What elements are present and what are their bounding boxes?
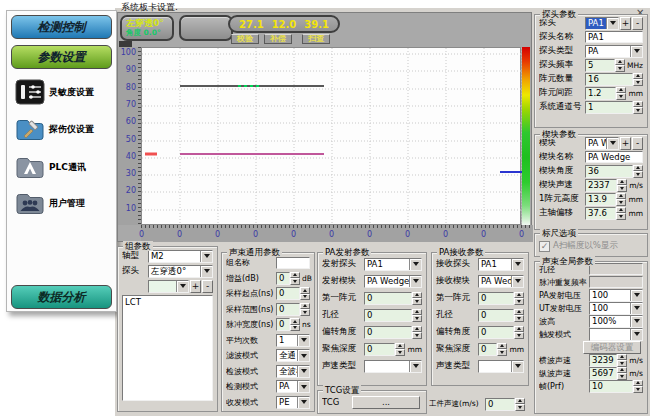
spinner-buttons[interactable] (514, 309, 524, 322)
chevron-down-icon[interactable] (630, 316, 642, 327)
spin-down-icon[interactable] (615, 65, 625, 72)
waveform-plot[interactable] (141, 47, 521, 225)
spin-down-icon[interactable] (633, 171, 643, 178)
gain-stepper[interactable]: 0 (276, 272, 300, 285)
spinner-buttons[interactable] (633, 165, 643, 178)
axis-offset-stepper[interactable]: 37.6 (585, 207, 626, 220)
chevron-down-icon[interactable] (297, 366, 309, 377)
remove-button[interactable]: - (202, 280, 213, 293)
add-button[interactable]: + (620, 137, 631, 150)
chevron-down-icon[interactable] (630, 290, 642, 301)
tx-focus-depth-stepper[interactable]: 0 (364, 343, 405, 356)
spinner-buttons[interactable] (412, 326, 422, 339)
chevron-down-icon[interactable] (630, 46, 642, 57)
chevron-down-icon[interactable] (630, 303, 642, 314)
rx-wedge-dropdown[interactable]: PA Wedge (478, 275, 524, 288)
sidebar-detect-control-button[interactable]: 检测控制 (11, 15, 112, 39)
filter-mode-dropdown[interactable]: 全通 (276, 349, 310, 362)
chevron-down-icon[interactable] (297, 350, 309, 361)
chevron-down-icon[interactable] (511, 259, 523, 270)
spin-down-icon[interactable] (616, 213, 626, 220)
encoder-settings-button[interactable]: 编码器设置 (583, 341, 641, 354)
spinner-buttons[interactable] (514, 326, 524, 339)
spin-down-icon[interactable] (412, 298, 422, 305)
spinner-buttons[interactable] (616, 193, 626, 206)
wedge-name-input[interactable]: PA Wedge (585, 151, 643, 163)
group-extra-dropdown[interactable] (148, 280, 189, 293)
element-count-stepper[interactable]: 16 (585, 73, 643, 86)
sample-start-stepper[interactable]: 0 (276, 287, 310, 300)
beam-mode-empty-button[interactable] (179, 15, 233, 41)
chevron-down-icon[interactable] (409, 361, 421, 372)
sidebar-item-users[interactable]: 用户管理 (15, 188, 115, 218)
group-probe-dropdown[interactable]: 左穿透0° (148, 265, 213, 278)
spinner-buttons[interactable] (616, 207, 626, 220)
spinner-buttons[interactable] (300, 303, 310, 316)
sidebar-item-sensitivity[interactable]: 灵敏度设置 (15, 77, 115, 107)
wedge-angle-stepper[interactable]: 36 (585, 165, 643, 178)
spin-down-icon[interactable] (633, 79, 643, 86)
probe-frequency-stepper[interactable]: 5 (585, 59, 625, 72)
spinner-buttons[interactable] (290, 318, 300, 331)
scan-button[interactable]: 扫查 (302, 34, 330, 44)
spin-down-icon[interactable] (633, 386, 643, 393)
probe-name-input[interactable]: PA1 (585, 31, 643, 43)
group-name-input[interactable] (276, 257, 310, 269)
spin-down-icon[interactable] (616, 199, 626, 206)
sidebar-item-plc[interactable]: PLC通讯 (15, 152, 115, 182)
spinner-buttons[interactable] (497, 343, 507, 356)
ut-voltage-dropdown[interactable]: 100 (589, 302, 643, 315)
tx-first-element-stepper[interactable]: 0 (364, 292, 422, 305)
workpiece-velocity-stepper[interactable]: 0 (485, 398, 525, 411)
spin-down-icon[interactable] (514, 315, 524, 322)
spinner-buttons[interactable] (514, 292, 524, 305)
chevron-down-icon[interactable] (409, 276, 421, 287)
beam-mode-button[interactable]: 左穿透0° 角度 0.0° (120, 15, 174, 41)
sidebar-param-settings-button[interactable]: 参数设置 (11, 45, 112, 69)
spin-down-icon[interactable] (300, 309, 310, 316)
chevron-down-icon[interactable] (297, 381, 309, 392)
spinner-buttons[interactable] (412, 309, 422, 322)
tx-velocity-type-dropdown[interactable] (364, 360, 422, 373)
tx-wedge-dropdown[interactable]: PA Wedge (364, 275, 422, 288)
spinner-buttons[interactable] (615, 59, 625, 72)
spinner-buttons[interactable] (395, 343, 405, 356)
sidebar-item-flaw-detector[interactable]: 探伤仪设置 (15, 114, 115, 144)
shear-velocity-stepper[interactable]: 3239 (589, 354, 627, 367)
spinner-buttons[interactable] (616, 87, 626, 100)
ascan-percent-checkbox[interactable]: ✓ (539, 241, 550, 252)
chevron-down-icon[interactable] (511, 361, 523, 372)
compensate-button[interactable]: 补偿 (264, 34, 292, 44)
add-button[interactable]: + (620, 17, 631, 30)
spinner-buttons[interactable] (617, 354, 627, 367)
tcg-button[interactable]: ... (352, 396, 420, 409)
rx-probe-dropdown[interactable]: PA1 (478, 258, 524, 271)
spin-down-icon[interactable] (395, 349, 405, 356)
spin-down-icon[interactable] (497, 349, 507, 356)
wave-height-dropdown[interactable]: 100% (589, 315, 643, 328)
spin-down-icon[interactable] (617, 185, 627, 192)
average-count-dropdown[interactable]: 1 (276, 334, 310, 347)
pa-voltage-dropdown[interactable]: 100 (589, 289, 643, 302)
spin-down-icon[interactable] (290, 325, 300, 332)
axis-type-dropdown[interactable]: M2 (148, 250, 213, 263)
element-pitch-stepper[interactable]: 1.2 (585, 87, 626, 100)
spinner-buttons[interactable] (300, 287, 310, 300)
remove-button[interactable]: - (632, 17, 643, 30)
sample-range-stepper[interactable]: 0 (276, 303, 310, 316)
chevron-down-icon[interactable] (630, 329, 642, 340)
rx-deflect-angle-stepper[interactable]: 0 (478, 326, 524, 339)
rx-focus-depth-stepper[interactable]: 0 (478, 343, 507, 356)
spinner-buttons[interactable] (633, 380, 643, 393)
add-button[interactable]: + (190, 280, 201, 293)
test-mode-dropdown[interactable]: PA (276, 380, 310, 393)
rx-velocity-type-dropdown[interactable] (478, 360, 524, 373)
rectify-mode-dropdown[interactable]: 全波检波 (276, 365, 310, 378)
chevron-down-icon[interactable] (176, 281, 188, 292)
remove-button[interactable]: - (632, 137, 643, 150)
spin-down-icon[interactable] (514, 332, 524, 339)
spinner-buttons[interactable] (617, 367, 627, 380)
chevron-down-icon[interactable] (606, 18, 618, 29)
spinner-buttons[interactable] (633, 73, 643, 86)
tx-aperture-stepper[interactable]: 0 (364, 309, 422, 322)
